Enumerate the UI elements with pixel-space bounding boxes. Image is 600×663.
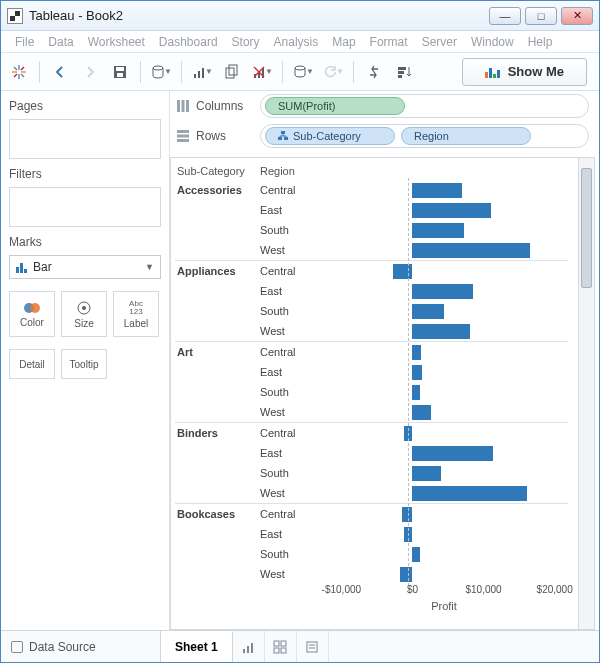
clear-sheet-button[interactable]: ▼ [250, 58, 274, 86]
menu-data[interactable]: Data [48, 35, 73, 49]
bar-mark[interactable] [400, 567, 412, 582]
save-button[interactable] [108, 58, 132, 86]
table-row: South [175, 382, 568, 402]
cell-region: East [260, 366, 320, 378]
bar-mark[interactable] [412, 385, 420, 400]
menu-story[interactable]: Story [232, 35, 260, 49]
forward-button[interactable] [78, 58, 102, 86]
pill-sum-profit[interactable]: SUM(Profit) [265, 97, 405, 115]
menu-help[interactable]: Help [528, 35, 553, 49]
cell-region: East [260, 204, 320, 216]
marks-size-button[interactable]: Size [61, 291, 107, 337]
new-worksheet-button[interactable]: ▼ [190, 58, 214, 86]
show-me-label: Show Me [508, 64, 564, 79]
show-me-icon [485, 66, 500, 78]
header-sub-category: Sub-Category [175, 165, 260, 177]
bar-mark[interactable] [412, 243, 529, 258]
menu-format[interactable]: Format [370, 35, 408, 49]
bar-mark[interactable] [412, 345, 421, 360]
tableau-logo-icon[interactable] [7, 58, 31, 86]
menu-analysis[interactable]: Analysis [274, 35, 319, 49]
marks-color-button[interactable]: Color [9, 291, 55, 337]
swap-button[interactable] [362, 58, 386, 86]
scrollbar-thumb[interactable] [581, 168, 592, 288]
marks-detail-button[interactable]: Detail [9, 349, 55, 379]
rows-shelf[interactable]: Sub-Category Region [260, 124, 589, 148]
cell-region: South [260, 467, 320, 479]
back-button[interactable] [48, 58, 72, 86]
bar-mark[interactable] [412, 365, 422, 380]
svg-rect-35 [177, 139, 189, 142]
show-me-button[interactable]: Show Me [462, 58, 587, 86]
bar-cell [320, 203, 568, 218]
pill-sub-category[interactable]: Sub-Category [265, 127, 395, 145]
table-row: AppliancesCentral [175, 261, 568, 281]
label-icon: Abc123 [129, 300, 143, 316]
menu-map[interactable]: Map [332, 35, 355, 49]
cell-region: South [260, 548, 320, 560]
bar-mark[interactable] [412, 203, 490, 218]
bar-cell [320, 466, 568, 481]
pages-shelf[interactable] [9, 119, 161, 159]
marks-label-label: Label [124, 318, 148, 329]
menu-window[interactable]: Window [471, 35, 514, 49]
menu-worksheet[interactable]: Worksheet [88, 35, 145, 49]
table-row: AccessoriesCentral [175, 180, 568, 200]
bar-mark[interactable] [412, 284, 472, 299]
menu-file[interactable]: File [15, 35, 34, 49]
close-button[interactable]: ✕ [561, 7, 593, 25]
connect-data-button[interactable]: ▼ [149, 58, 173, 86]
svg-rect-31 [182, 100, 185, 112]
data-source-tab[interactable]: Data Source [1, 631, 161, 662]
axis-tick: $0 [407, 584, 418, 595]
mark-type-dropdown[interactable]: Bar ▼ [9, 255, 161, 279]
menu-server[interactable]: Server [422, 35, 457, 49]
cell-sub-category: Accessories [175, 184, 260, 196]
app-icon [7, 8, 23, 24]
new-worksheet-tab[interactable] [233, 631, 265, 662]
svg-point-29 [82, 306, 86, 310]
bar-mark[interactable] [412, 446, 492, 461]
cell-region: West [260, 325, 320, 337]
bar-mark[interactable] [412, 547, 420, 562]
new-story-tab[interactable] [297, 631, 329, 662]
sort-asc-button[interactable] [392, 58, 416, 86]
cell-region: Central [260, 508, 320, 520]
bar-mark[interactable] [412, 324, 470, 339]
pill-region[interactable]: Region [401, 127, 531, 145]
sheet-tabs-bar: Data Source Sheet 1 [1, 630, 599, 662]
bar-mark[interactable] [412, 486, 526, 501]
menu-dashboard[interactable]: Dashboard [159, 35, 218, 49]
marks-label-button[interactable]: Abc123 Label [113, 291, 159, 337]
auto-updates-button[interactable]: ▼ [291, 58, 315, 86]
bar-cell [320, 405, 568, 420]
minimize-button[interactable]: — [489, 7, 521, 25]
sheet-tab-1[interactable]: Sheet 1 [161, 631, 233, 662]
maximize-button[interactable]: □ [525, 7, 557, 25]
cell-sub-category: Appliances [175, 265, 260, 277]
svg-rect-9 [116, 67, 124, 71]
columns-shelf[interactable]: SUM(Profit) [260, 94, 589, 118]
duplicate-sheet-button[interactable] [220, 58, 244, 86]
marks-color-label: Color [20, 317, 44, 328]
bar-cell [320, 365, 568, 380]
marks-tooltip-button[interactable]: Tooltip [61, 349, 107, 379]
bar-cell [320, 385, 568, 400]
bar-mark[interactable] [412, 466, 440, 481]
bar-mark[interactable] [412, 304, 444, 319]
filters-shelf[interactable] [9, 187, 161, 227]
axis-title: Profit [431, 600, 457, 612]
new-dashboard-tab[interactable] [265, 631, 297, 662]
cell-region: South [260, 305, 320, 317]
vertical-scrollbar[interactable] [578, 158, 594, 629]
table-row: East [175, 200, 568, 220]
bar-mark[interactable] [393, 264, 413, 279]
sheet-tab-1-label: Sheet 1 [175, 640, 218, 654]
bar-cell [320, 223, 568, 238]
bar-mark[interactable] [412, 223, 463, 238]
bar-mark[interactable] [412, 183, 462, 198]
axis-tick: -$10,000 [322, 584, 361, 595]
refresh-button[interactable]: ▼ [321, 58, 345, 86]
bar-mark[interactable] [412, 405, 430, 420]
svg-rect-34 [177, 135, 189, 138]
